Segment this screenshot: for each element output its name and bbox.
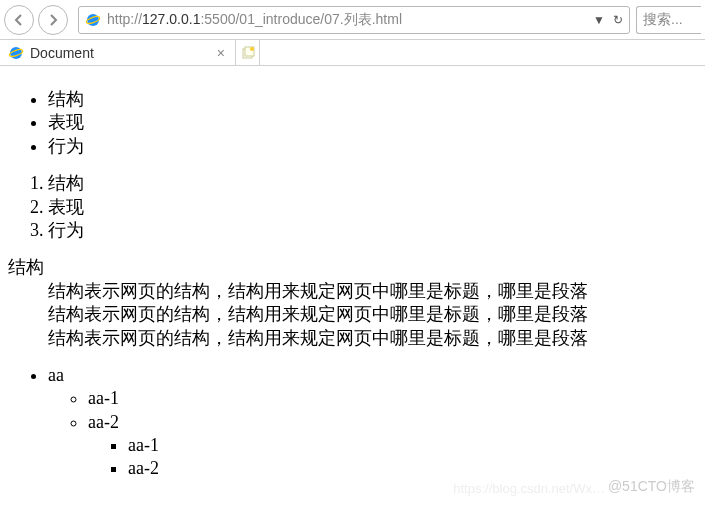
browser-toolbar: http://127.0.0.1:5500/01_introduce/07.列表…	[0, 0, 705, 40]
ordered-list: 结构 表现 行为	[8, 172, 705, 242]
list-item: 行为	[48, 219, 705, 242]
list-item: 表现	[48, 111, 705, 134]
ie-icon	[85, 12, 101, 28]
list-item: 表现	[48, 196, 705, 219]
forward-arrow-icon	[46, 13, 60, 27]
svg-point-6	[250, 47, 254, 51]
unordered-list: 结构 表现 行为	[8, 88, 705, 158]
list-item: 行为	[48, 135, 705, 158]
new-tab-button[interactable]	[236, 40, 260, 65]
address-bar[interactable]: http://127.0.0.1:5500/01_introduce/07.列表…	[78, 6, 630, 34]
list-item-label: aa-2	[88, 412, 119, 432]
refresh-button[interactable]: ↻	[613, 13, 623, 27]
url-text: http://127.0.0.1:5500/01_introduce/07.列表…	[107, 11, 587, 29]
tab-strip: Document ×	[0, 40, 705, 66]
definition-term: 结构	[8, 256, 705, 279]
list-item: aa aa-1 aa-2 aa-1 aa-2	[48, 364, 705, 481]
list-item: aa-2 aa-1 aa-2	[88, 411, 705, 481]
back-button[interactable]	[4, 5, 34, 35]
search-input[interactable]: 搜索...	[636, 6, 701, 34]
nested-list-level3: aa-1 aa-2	[88, 434, 705, 481]
tab-close-button[interactable]: ×	[215, 45, 227, 61]
list-item: 结构	[48, 88, 705, 111]
definition-list: 结构 结构表示网页的结构，结构用来规定网页中哪里是标题，哪里是段落 结构表示网页…	[8, 256, 705, 350]
list-item-label: aa	[48, 365, 64, 385]
nested-list-level2: aa-1 aa-2 aa-1 aa-2	[48, 387, 705, 481]
page-content: 结构 表现 行为 结构 表现 行为 结构 结构表示网页的结构，结构用来规定网页中…	[0, 66, 705, 503]
back-arrow-icon	[12, 13, 26, 27]
ie-icon	[8, 45, 24, 61]
list-item: 结构	[48, 172, 705, 195]
search-placeholder: 搜索...	[643, 11, 683, 29]
definition-desc: 结构表示网页的结构，结构用来规定网页中哪里是标题，哪里是段落	[48, 280, 705, 303]
list-item: aa-2	[128, 457, 705, 480]
forward-button[interactable]	[38, 5, 68, 35]
svg-point-2	[10, 47, 22, 59]
definition-desc: 结构表示网页的结构，结构用来规定网页中哪里是标题，哪里是段落	[48, 327, 705, 350]
nested-list: aa aa-1 aa-2 aa-1 aa-2	[8, 364, 705, 481]
definition-desc: 结构表示网页的结构，结构用来规定网页中哪里是标题，哪里是段落	[48, 303, 705, 326]
tab-active[interactable]: Document ×	[0, 40, 236, 65]
svg-point-0	[87, 14, 99, 26]
tab-title: Document	[30, 45, 215, 61]
list-item: aa-1	[128, 434, 705, 457]
url-dropdown-icon[interactable]: ▼	[593, 13, 605, 27]
list-item: aa-1	[88, 387, 705, 410]
new-tab-icon	[241, 46, 255, 60]
